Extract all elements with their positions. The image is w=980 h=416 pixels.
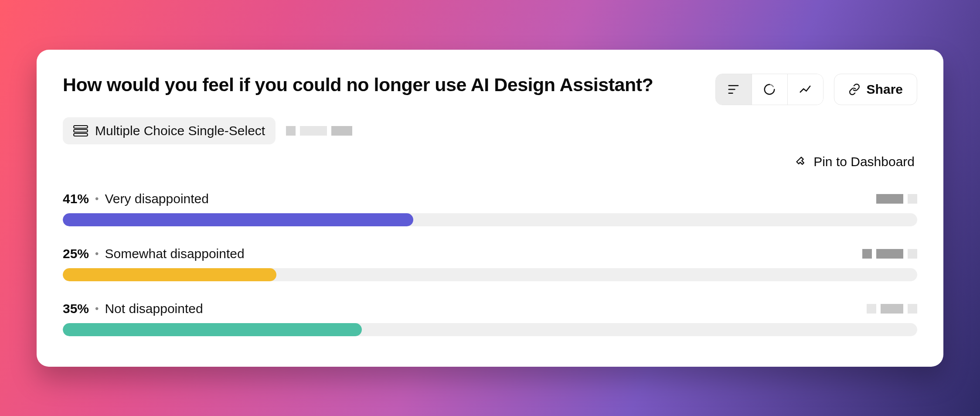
result-bar-track bbox=[63, 323, 917, 336]
pin-label: Pin to Dashboard bbox=[813, 154, 915, 169]
survey-results-card: How would you feel if you could no longe… bbox=[37, 50, 943, 367]
separator-dot: • bbox=[95, 248, 99, 260]
result-row: 25% • Somewhat disappointed bbox=[63, 246, 917, 281]
question-type-pill: Multiple Choice Single-Select bbox=[63, 117, 276, 144]
svg-rect-4 bbox=[74, 130, 88, 132]
result-meta-placeholder bbox=[862, 249, 917, 259]
pin-row: Pin to Dashboard bbox=[63, 154, 917, 170]
redacted-block bbox=[286, 126, 296, 136]
result-bar-fill bbox=[63, 268, 276, 281]
meta-placeholder bbox=[286, 126, 352, 136]
line-chart-icon bbox=[799, 83, 812, 96]
bar-chart-toggle[interactable] bbox=[716, 74, 752, 105]
result-percent: 41% bbox=[63, 191, 89, 206]
header-row: How would you feel if you could no longe… bbox=[63, 74, 917, 105]
svg-marker-6 bbox=[797, 157, 804, 164]
results-list: 41% • Very disappointed 25% • Somewhat d… bbox=[63, 191, 917, 336]
pin-to-dashboard-button[interactable]: Pin to Dashboard bbox=[793, 154, 917, 170]
redacted-block bbox=[300, 126, 327, 136]
separator-dot: • bbox=[95, 303, 99, 315]
result-option-name: Somewhat disappointed bbox=[105, 246, 244, 261]
redacted-block bbox=[908, 249, 917, 259]
result-bar-fill bbox=[63, 323, 362, 336]
chart-type-toggle bbox=[715, 74, 823, 105]
result-bar-track bbox=[63, 213, 917, 226]
svg-rect-5 bbox=[74, 133, 88, 136]
question-title: How would you feel if you could no longe… bbox=[63, 74, 653, 96]
donut-chart-toggle[interactable] bbox=[752, 74, 787, 105]
result-row: 35% • Not disappointed bbox=[63, 301, 917, 336]
redacted-block bbox=[862, 249, 872, 259]
meta-row: Multiple Choice Single-Select bbox=[63, 117, 917, 144]
multiple-choice-icon bbox=[73, 125, 88, 136]
result-bar-fill bbox=[63, 213, 413, 226]
separator-dot: • bbox=[95, 193, 99, 205]
result-row: 41% • Very disappointed bbox=[63, 191, 917, 226]
svg-rect-3 bbox=[74, 126, 88, 128]
share-label: Share bbox=[867, 82, 903, 97]
link-icon bbox=[848, 83, 861, 95]
result-option-name: Not disappointed bbox=[105, 301, 203, 316]
redacted-block bbox=[908, 304, 917, 314]
result-percent: 25% bbox=[63, 246, 89, 261]
redacted-block bbox=[881, 304, 903, 314]
redacted-block bbox=[876, 249, 903, 259]
redacted-block bbox=[867, 304, 876, 314]
share-button[interactable]: Share bbox=[834, 74, 917, 105]
question-type-label: Multiple Choice Single-Select bbox=[95, 123, 265, 138]
result-option-name: Very disappointed bbox=[105, 191, 209, 206]
redacted-block bbox=[876, 194, 903, 204]
line-chart-toggle[interactable] bbox=[787, 74, 823, 105]
donut-chart-icon bbox=[763, 83, 776, 96]
result-meta-placeholder bbox=[867, 304, 917, 314]
redacted-block bbox=[908, 194, 917, 204]
bar-chart-icon bbox=[727, 83, 740, 96]
result-meta-placeholder bbox=[876, 194, 917, 204]
redacted-block bbox=[331, 126, 352, 136]
pin-icon bbox=[795, 156, 807, 168]
header-actions: Share bbox=[715, 74, 917, 105]
result-percent: 35% bbox=[63, 301, 89, 316]
result-bar-track bbox=[63, 268, 917, 281]
